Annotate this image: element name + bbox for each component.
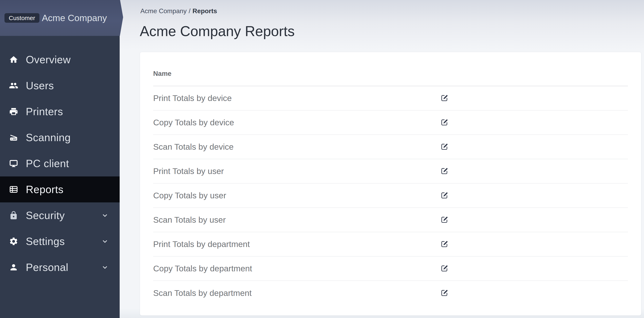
sidebar-item-label: Security (26, 209, 65, 221)
sidebar-item-reports[interactable]: Reports (0, 176, 120, 202)
edit-icon (440, 118, 448, 127)
sidebar-item-label: Printers (26, 105, 63, 118)
sidebar-nav: OverviewUsersPrintersScanningPC clientRe… (0, 36, 120, 280)
report-name: Print Totals by department (153, 240, 250, 249)
chevron-down-icon[interactable] (102, 264, 108, 271)
sidebar-item-label: Users (26, 79, 54, 92)
report-row: Scan Totals by department (153, 281, 628, 305)
page-title: Acme Company Reports (140, 23, 644, 39)
sidebar-item-scanning[interactable]: Scanning (0, 125, 120, 151)
edit-report-button[interactable] (440, 143, 448, 151)
sidebar: Customer Acme Company OverviewUsersPrint… (0, 0, 120, 318)
report-name: Copy Totals by user (153, 191, 226, 200)
table-list-icon (8, 184, 19, 194)
gear-icon (8, 236, 19, 246)
sidebar-item-security[interactable]: Security (0, 202, 120, 228)
sidebar-item-label: Scanning (26, 131, 71, 144)
edit-icon (440, 143, 448, 151)
report-name: Copy Totals by department (153, 264, 252, 273)
report-name: Scan Totals by user (153, 215, 226, 225)
report-name: Scan Totals by department (153, 288, 252, 298)
scanner-icon (8, 133, 19, 143)
edit-icon (440, 265, 448, 273)
table-header-row: Name (153, 52, 628, 86)
breadcrumb-parent-link[interactable]: Acme Company (140, 7, 187, 14)
sidebar-item-pc-client[interactable]: PC client (0, 151, 120, 176)
report-name: Print Totals by user (153, 166, 224, 176)
breadcrumb-current: Reports (192, 7, 217, 14)
home-icon (8, 55, 19, 65)
printer-icon (8, 107, 19, 117)
report-name: Copy Totals by device (153, 118, 234, 127)
users-icon (8, 81, 19, 91)
breadcrumb-separator: / (187, 7, 192, 14)
customer-name: Acme Company (42, 13, 107, 23)
sidebar-item-label: PC client (26, 157, 69, 169)
report-row: Print Totals by department (153, 232, 628, 257)
sidebar-item-printers[interactable]: Printers (0, 99, 120, 125)
report-name: Scan Totals by device (153, 142, 234, 152)
customer-type-badge: Customer (4, 13, 40, 23)
column-header-name: Name (153, 70, 172, 77)
edit-report-button[interactable] (440, 265, 448, 272)
edit-icon (440, 240, 448, 248)
report-row: Scan Totals by user (153, 208, 628, 232)
edit-icon (440, 94, 448, 102)
edit-icon (440, 167, 448, 175)
reports-card: Name Print Totals by deviceCopy Totals b… (140, 52, 641, 316)
lock-icon (8, 210, 19, 220)
sidebar-item-label: Personal (26, 261, 68, 273)
report-row: Copy Totals by user (153, 183, 628, 208)
desktop-icon (8, 159, 19, 168)
edit-icon (440, 289, 448, 297)
customer-header: Customer Acme Company (0, 0, 123, 36)
report-row: Scan Totals by device (153, 135, 628, 159)
edit-report-button[interactable] (440, 94, 448, 102)
report-row: Copy Totals by device (153, 111, 628, 135)
breadcrumb: Acme Company/Reports (140, 7, 644, 15)
reports-table: Print Totals by deviceCopy Totals by dev… (153, 86, 628, 305)
main-content: Acme Company/Reports Acme Company Report… (120, 0, 644, 318)
edit-icon (440, 216, 448, 224)
edit-report-button[interactable] (440, 240, 448, 248)
sidebar-item-personal[interactable]: Personal (0, 254, 120, 280)
sidebar-item-label: Reports (26, 183, 64, 195)
report-row: Print Totals by device (153, 86, 628, 111)
report-row: Print Totals by user (153, 159, 628, 183)
report-name: Print Totals by device (153, 94, 232, 103)
edit-report-button[interactable] (440, 167, 448, 175)
sidebar-item-users[interactable]: Users (0, 73, 120, 99)
person-icon (8, 262, 19, 272)
sidebar-item-overview[interactable]: Overview (0, 47, 120, 73)
edit-icon (440, 191, 448, 200)
edit-report-button[interactable] (440, 289, 448, 297)
chevron-down-icon[interactable] (102, 238, 108, 245)
edit-report-button[interactable] (440, 216, 448, 224)
chevron-down-icon[interactable] (102, 212, 108, 219)
report-row: Copy Totals by department (153, 257, 628, 281)
sidebar-item-label: Overview (26, 53, 71, 66)
sidebar-item-label: Settings (26, 235, 65, 247)
edit-report-button[interactable] (440, 119, 448, 126)
edit-report-button[interactable] (440, 192, 448, 199)
sidebar-item-settings[interactable]: Settings (0, 228, 120, 254)
